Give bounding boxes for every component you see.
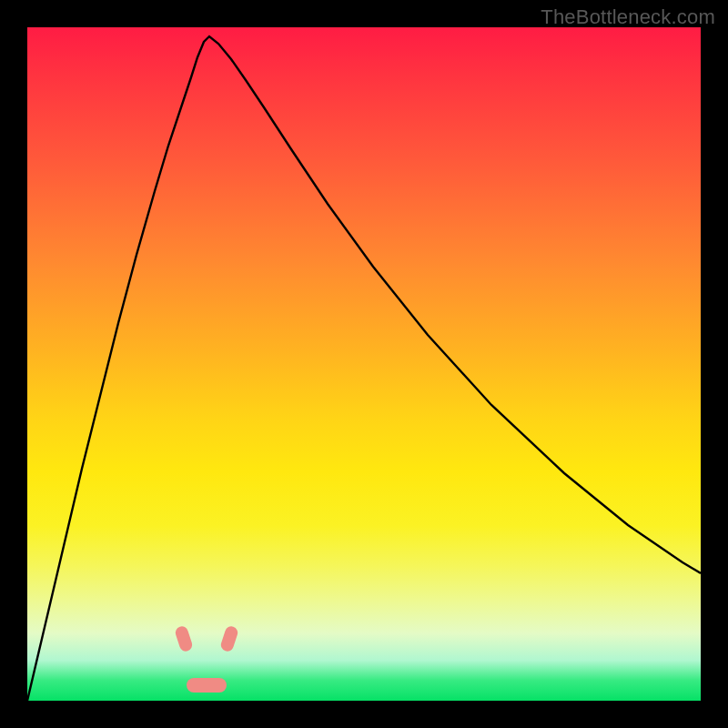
right-range-blob: [219, 625, 239, 653]
bottom-range-blob: [187, 678, 227, 693]
chart-frame: TheBottleneck.com: [0, 0, 728, 728]
marker-layer: [27, 27, 701, 701]
watermark-text: TheBottleneck.com: [541, 5, 715, 29]
plot-area: [27, 27, 701, 701]
left-range-blob: [174, 625, 194, 653]
